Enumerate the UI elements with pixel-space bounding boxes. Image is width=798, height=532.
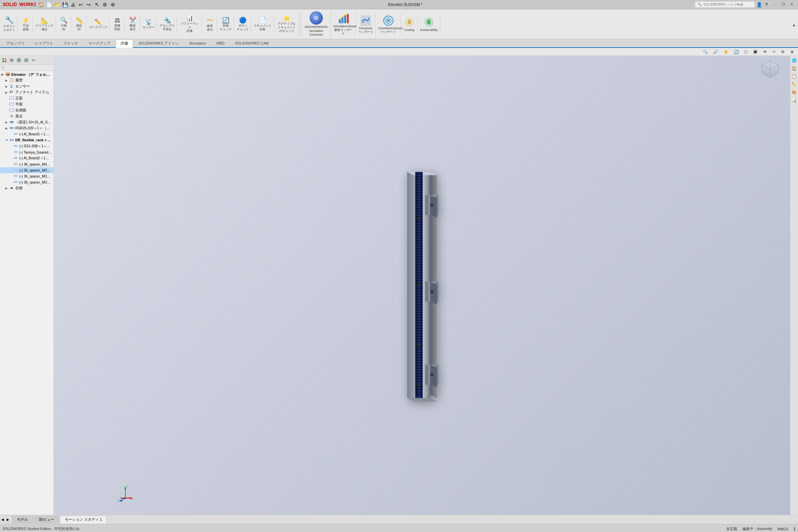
ribbon-collapse-button[interactable]: ▲ [791, 21, 797, 28]
view-cube[interactable] [760, 59, 780, 80]
section-view-icon[interactable]: ✂ [771, 49, 778, 55]
tab-simulation[interactable]: Simulation [184, 40, 211, 47]
tab-layout[interactable]: レイアウト [30, 39, 58, 48]
options-icon[interactable]: ⚙ [110, 2, 116, 8]
body-check-button[interactable]: 🔵 ボディチェック [235, 16, 251, 33]
tree-front-plane-item[interactable]: ▶ 正面 [0, 95, 54, 101]
rotate-icon[interactable]: 🔄 [732, 49, 741, 55]
tree-history-item[interactable]: ▶ 📋 履歴 [0, 77, 54, 83]
tab-scroll-right[interactable]: ▶ [7, 518, 9, 521]
search-input[interactable] [703, 3, 743, 6]
sustainability-button[interactable]: Sustainability [418, 15, 440, 33]
tree-spacer1-item[interactable]: ▶ (-) 36_spacer_M3_outerDi... [0, 161, 54, 167]
tree-right-plane-item[interactable]: ▶ 右側面 [0, 108, 54, 113]
tab-solidworks-addin[interactable]: SOLIDWORKS アドイン [133, 39, 184, 48]
tree-mates-item[interactable]: ▶ 合致 [0, 185, 54, 191]
tree-extra-icon[interactable] [30, 57, 37, 63]
tab-sketch[interactable]: スケッチ [58, 39, 83, 48]
minimize-button[interactable]: − [771, 2, 778, 8]
tree-property-manager-icon[interactable] [8, 57, 15, 63]
symmetry-check-button[interactable]: 🔄 対称チェック [218, 16, 234, 33]
tree-configuration-manager-icon[interactable] [16, 57, 22, 63]
view-orientation-icon[interactable]: ⬡ [742, 49, 749, 55]
tree-al-board2-item[interactable]: ▶ (-) Al_Board2＜1＞（デ フォルト... [0, 155, 54, 161]
document-compare-button[interactable]: 📄 ドキュメント比較 [252, 16, 274, 33]
tree-top-plane-item[interactable]: ▶ 平面 [0, 101, 54, 108]
home-icon[interactable]: 🏠 [38, 2, 44, 8]
active-document-check-button[interactable]: ⭐ アクティブなドキュメントのチェック [274, 14, 299, 34]
zoom-in-icon[interactable]: 🔎 [711, 49, 720, 55]
tree-rsr25-item[interactable]: ▶ RSR25-320＜1＞（デ フォルト＜... [0, 125, 54, 131]
search-box[interactable]: 🔍 [695, 1, 755, 8]
right-panel-btn-1[interactable]: 🌐 [791, 57, 798, 64]
svg-rect-121 [415, 357, 423, 358]
tree-dr-flexible-rack-item[interactable]: ▼ DR_flexible_rack＜1＞ [0, 137, 54, 143]
right-panel-btn-2[interactable]: 🏠 [791, 65, 798, 72]
clearance-verification-button[interactable]: 📐 クリアランス検証 [34, 16, 56, 33]
design-study-button[interactable]: 🔧 デザインスタディ [1, 15, 18, 33]
tree-spacer3-item[interactable]: ▶ (-) 36_spacer_M3_outerDi... [0, 173, 54, 179]
view-display-icon[interactable]: 🖥 [788, 49, 796, 55]
flo-xpress-button[interactable]: FloXpressウィザード [357, 13, 376, 35]
tree-spacer2-item[interactable]: ▶ (-) 36_spacer_M3_outerDi... [0, 167, 54, 173]
assembly-visualization-button[interactable]: 🔩 アセンブリ可視化 [158, 16, 177, 33]
costing-button[interactable]: $ Costing [401, 15, 418, 33]
section-view-button[interactable]: ✂️ 断面表示 [125, 16, 140, 33]
tree-ss1-20b-item[interactable]: ▶ (-) SS1-20B＜1＞（デ フォルト... [0, 143, 54, 149]
3dexperience-simulation-connector-button[interactable]: ≋ 3DEXPERIENCESimulationConnector [302, 10, 331, 38]
view-settings-icon[interactable]: ⚙ [779, 49, 787, 55]
tab-markup[interactable]: マークアップ [83, 39, 115, 48]
tree-feature-manager-icon[interactable] [1, 57, 8, 63]
tree-display-manager-icon[interactable] [23, 57, 30, 63]
right-panel-btn-3[interactable]: 📋 [791, 73, 798, 80]
hole-inspection-button[interactable]: 🔍 穴検列 [57, 16, 71, 33]
tab-mbd[interactable]: MBD [211, 40, 229, 47]
tree-tamiya-item[interactable]: ▶ (-) Tamiya_GearedMotor_... [0, 149, 54, 155]
tree-fixed-part-item[interactable]: ▶ （固定) 10×10_Al_Squ... [0, 119, 54, 125]
tree-root-item[interactable]: ▶ 📦 Elevator （デ フォルト＜表示状... [0, 72, 54, 77]
interference-detection-button[interactable]: ⚡ 干渉認識 [18, 16, 33, 33]
save-icon[interactable]: 💾 [62, 2, 68, 8]
svg-rect-64 [415, 206, 423, 207]
restore-button[interactable]: ❐ [779, 2, 787, 8]
viewport[interactable]: Y X Z [54, 56, 790, 515]
tree-annotations-item[interactable]: ▶ 🏷 アノテート アイテム [0, 90, 54, 95]
tree-sensor-item[interactable]: ▶ 📡 センサー [0, 83, 54, 90]
drive-works-xpress-button[interactable]: DriveWorksXpressウィザード [376, 13, 401, 35]
tab-solidworks-cam[interactable]: SOLIDWORKS CAM [230, 40, 274, 47]
markup-button[interactable]: ✏️ マークアップ [87, 18, 109, 31]
performance-evaluation-button[interactable]: 📊 パフォーマンス評価 [177, 14, 202, 34]
tab-evaluation[interactable]: 評価 [116, 39, 133, 48]
tree-origin-item[interactable]: ▶ 原点 [0, 113, 54, 119]
tree-spacer4-item[interactable]: ▶ (-) 36_spacer_M3_outerDi... [0, 179, 54, 185]
svg-rect-57 [415, 187, 423, 188]
redo-icon[interactable]: ↪ [86, 2, 92, 8]
account-icon[interactable]: 👤 [756, 2, 762, 8]
pan-icon[interactable]: ✋ [722, 49, 730, 55]
help-icon[interactable]: ? [763, 2, 770, 8]
right-panel-btn-5[interactable]: 🎨 [791, 89, 798, 96]
select-icon[interactable]: ↖ [94, 2, 100, 8]
simulation-xpress-button[interactable]: SimulationXpress解析ウィザード [331, 11, 356, 37]
tab-assembly[interactable]: アセンブリ [1, 39, 30, 48]
right-panel-btn-6[interactable]: 📊 [791, 97, 798, 104]
close-button[interactable]: ✕ [788, 2, 795, 8]
tab-motion-study-1[interactable]: モーション スタディ 1 [60, 516, 107, 524]
tab-3dview[interactable]: 3Dビュー [34, 516, 59, 524]
curvature-button[interactable]: 〜 曲率表示 [203, 16, 217, 33]
open-icon[interactable]: 📂 [54, 2, 60, 8]
new-icon[interactable]: 📄 [46, 2, 52, 8]
undo-icon[interactable]: ↩ [78, 2, 84, 8]
sensor-button[interactable]: 📡 センサー [141, 18, 157, 31]
tab-model[interactable]: モデル [12, 516, 33, 524]
right-panel-btn-4[interactable]: ✏️ [791, 81, 798, 88]
rebuild-icon[interactable]: ⚙ [102, 2, 108, 8]
display-style-icon[interactable]: 🔳 [751, 49, 760, 55]
measure-button[interactable]: 📏 測定列 [72, 16, 87, 33]
tab-scroll-left[interactable]: ◀ [1, 518, 4, 521]
hide-show-icon[interactable]: 👁 [761, 49, 769, 55]
tree-al-board1-item[interactable]: ▶ (-) Al_Board1＜1＞（デフォルト... [0, 131, 54, 137]
zoom-to-fit-icon[interactable]: 🔍 [701, 49, 710, 55]
mass-properties-button[interactable]: ⚖ 質量特性 [110, 16, 125, 33]
print-icon[interactable]: 🖨 [70, 2, 76, 8]
